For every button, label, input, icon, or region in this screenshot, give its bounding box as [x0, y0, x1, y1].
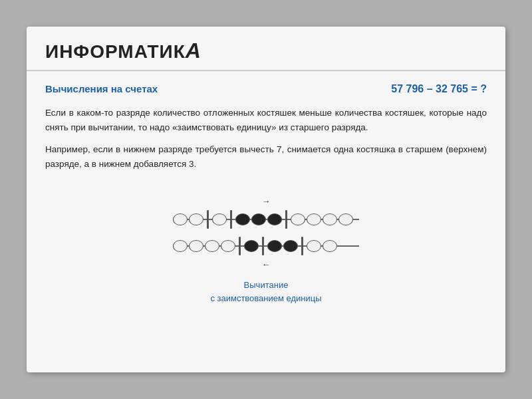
- bead: [221, 240, 235, 252]
- caption-line1: Вычитание: [210, 279, 321, 292]
- logo-main: ИНФОРМАТИК: [45, 41, 186, 62]
- arrow-bottom-label: ←: [173, 259, 359, 269]
- bead: [307, 213, 321, 225]
- bead: [291, 213, 305, 225]
- caption-line2: с заимствованием единицы: [210, 292, 321, 305]
- content: Вычисления на счетах 57 796 – 32 765 = ?…: [27, 71, 505, 321]
- bead: [267, 240, 282, 252]
- divider: [239, 237, 241, 255]
- header: ИНФОРМАТИКА: [27, 27, 505, 71]
- title-row: Вычисления на счетах 57 796 – 32 765 = ?: [45, 83, 487, 95]
- bead: [323, 213, 337, 225]
- bead: [323, 240, 337, 252]
- bead: [189, 213, 203, 225]
- bead: [173, 240, 188, 252]
- slide: ИНФОРМАТИКА Вычисления на счетах 57 796 …: [27, 27, 505, 372]
- bead: [235, 213, 250, 225]
- divider: [262, 237, 264, 255]
- divider: [207, 210, 209, 229]
- logo-a: А: [186, 39, 201, 63]
- top-beads: [173, 210, 353, 229]
- bottom-beads: [173, 237, 337, 255]
- divider: [301, 237, 303, 255]
- bead: [189, 240, 203, 252]
- section-title: Вычисления на счетах: [45, 83, 158, 94]
- bottom-rod: [173, 235, 359, 257]
- bead: [205, 240, 219, 252]
- bead: [338, 213, 353, 225]
- divider: [230, 210, 232, 229]
- bead: [307, 240, 321, 252]
- divider: [285, 210, 287, 229]
- top-rod: [173, 209, 359, 230]
- logo: ИНФОРМАТИКА: [45, 39, 201, 63]
- bead: [267, 213, 282, 225]
- paragraph-2: Например, если в нижнем разряде требуетс…: [45, 142, 487, 171]
- caption: Вычитание с заимствованием единицы: [210, 279, 321, 305]
- abacus-wrapper: →: [173, 196, 359, 269]
- bead: [251, 213, 266, 225]
- bead: [212, 213, 227, 225]
- paragraph-1: Если в каком-то разряде количество отлож…: [45, 106, 487, 134]
- bead: [173, 213, 188, 225]
- equation: 57 796 – 32 765 = ?: [391, 83, 487, 95]
- bead: [244, 240, 259, 252]
- bead: [283, 240, 298, 252]
- arrow-top-label: →: [173, 196, 359, 206]
- abacus-diagram: →: [45, 183, 487, 305]
